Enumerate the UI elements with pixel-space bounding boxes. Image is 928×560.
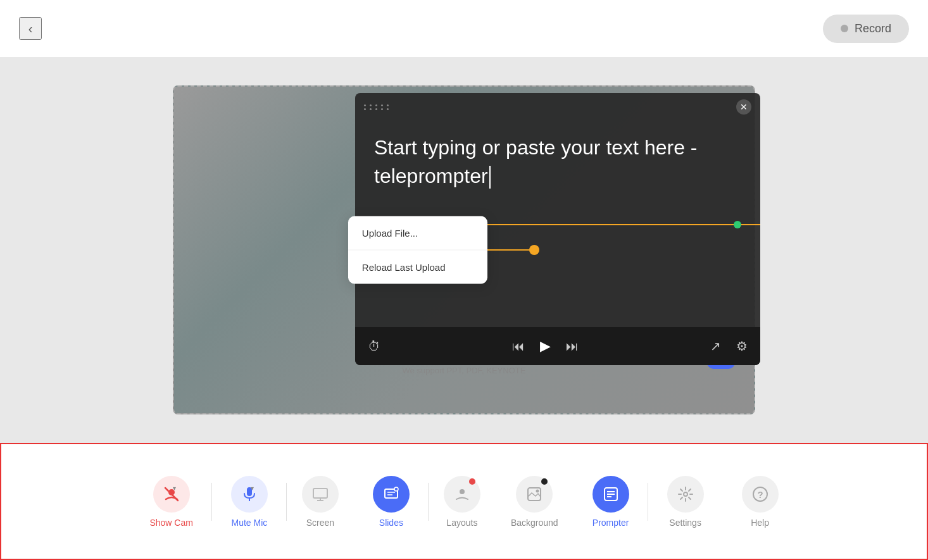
upload-dropdown: Upload File... Reload Last Upload bbox=[348, 216, 487, 284]
top-bar: ‹ Record bbox=[0, 0, 928, 57]
teleprompter-text: Start typing or paste your text here - t… bbox=[374, 134, 741, 190]
upload-subtext: We support PPT, PDF, KEYNOTE bbox=[367, 366, 561, 375]
toolbar-item-slides[interactable]: Slides bbox=[354, 476, 429, 528]
mute-mic-icon bbox=[231, 476, 268, 513]
reload-last-upload-item[interactable]: Reload Last Upload bbox=[348, 251, 487, 284]
slides-icon bbox=[373, 476, 410, 513]
bottom-toolbar: ▾ Show Cam ▾ Mute Mic bbox=[0, 443, 928, 560]
upload-file-item[interactable]: Upload File... bbox=[348, 216, 487, 251]
fast-forward-button[interactable]: ⏭ bbox=[566, 339, 579, 354]
help-label: Help bbox=[751, 518, 769, 528]
toolbar-item-show-cam[interactable]: ▾ Show Cam bbox=[130, 476, 211, 528]
screen-label: Screen bbox=[306, 518, 334, 528]
background-icon-wrap bbox=[516, 476, 553, 513]
extra-controls: ↗ ⚙ bbox=[710, 339, 748, 354]
help-icon: ? bbox=[742, 476, 779, 513]
progress-indicator bbox=[734, 221, 741, 228]
layouts-icon-wrap bbox=[444, 476, 480, 513]
svg-point-10 bbox=[394, 487, 398, 491]
toolbar-item-screen[interactable]: Screen bbox=[287, 476, 354, 528]
mute-mic-arrow: ▾ bbox=[251, 485, 254, 492]
timer-button[interactable]: ⏱ bbox=[368, 339, 380, 354]
record-indicator bbox=[841, 25, 848, 32]
slide-container: Select one above or drag & drop your fil… bbox=[173, 85, 755, 414]
show-cam-icon bbox=[153, 476, 190, 513]
back-button[interactable]: ‹ bbox=[19, 17, 42, 40]
settings-icon bbox=[667, 476, 704, 513]
svg-rect-4 bbox=[313, 488, 327, 498]
main-area: Select one above or drag & drop your fil… bbox=[0, 57, 928, 560]
toolbar-item-layouts[interactable]: Layouts bbox=[429, 476, 496, 528]
show-cam-label: Show Cam bbox=[149, 518, 192, 528]
svg-text:?: ? bbox=[757, 489, 763, 500]
rewind-button[interactable]: ⏮ bbox=[512, 339, 525, 354]
connector-dot bbox=[529, 245, 539, 255]
record-label: Record bbox=[855, 22, 891, 35]
connector-line bbox=[487, 249, 538, 251]
settings-ctrl-button[interactable]: ⚙ bbox=[736, 339, 748, 354]
toolbar-item-prompter[interactable]: Prompter bbox=[574, 476, 648, 528]
background-label: Background bbox=[511, 518, 558, 528]
mute-mic-label: Mute Mic bbox=[231, 518, 267, 528]
teleprompter-close-button[interactable]: ✕ bbox=[736, 99, 751, 115]
teleprompter-header: ✕ bbox=[355, 93, 760, 121]
drag-handle[interactable] bbox=[364, 104, 391, 110]
toolbar-item-background[interactable]: Background bbox=[496, 476, 574, 528]
background-badge bbox=[541, 478, 548, 485]
record-button[interactable]: Record bbox=[823, 15, 909, 43]
playback-controls: ⏮ ▶ ⏭ bbox=[512, 338, 579, 354]
svg-point-18 bbox=[684, 492, 687, 496]
prompter-label: Prompter bbox=[593, 518, 629, 528]
teleprompter-controls: ⏱ ⏮ ▶ ⏭ ↗ ⚙ bbox=[355, 327, 760, 365]
export-button[interactable]: ↗ bbox=[710, 339, 721, 354]
toolbar-item-help[interactable]: ? Help bbox=[723, 476, 798, 528]
mute-mic-icon-wrap: ▾ bbox=[231, 476, 268, 513]
play-button[interactable]: ▶ bbox=[540, 338, 551, 354]
canvas-area: Select one above or drag & drop your fil… bbox=[0, 57, 928, 443]
layouts-badge bbox=[469, 478, 475, 485]
layouts-label: Layouts bbox=[446, 518, 477, 528]
prompter-icon bbox=[593, 476, 629, 513]
slides-label: Slides bbox=[379, 518, 403, 528]
settings-label: Settings bbox=[669, 518, 701, 528]
screen-icon bbox=[302, 476, 339, 513]
show-cam-arrow: ▾ bbox=[173, 485, 176, 492]
svg-point-13 bbox=[536, 489, 539, 492]
toolbar-item-mute-mic[interactable]: ▾ Mute Mic bbox=[212, 476, 287, 528]
show-cam-icon-wrap: ▾ bbox=[153, 476, 190, 513]
svg-point-11 bbox=[460, 489, 465, 494]
toolbar-item-settings[interactable]: Settings bbox=[648, 476, 723, 528]
text-cursor bbox=[489, 166, 491, 189]
